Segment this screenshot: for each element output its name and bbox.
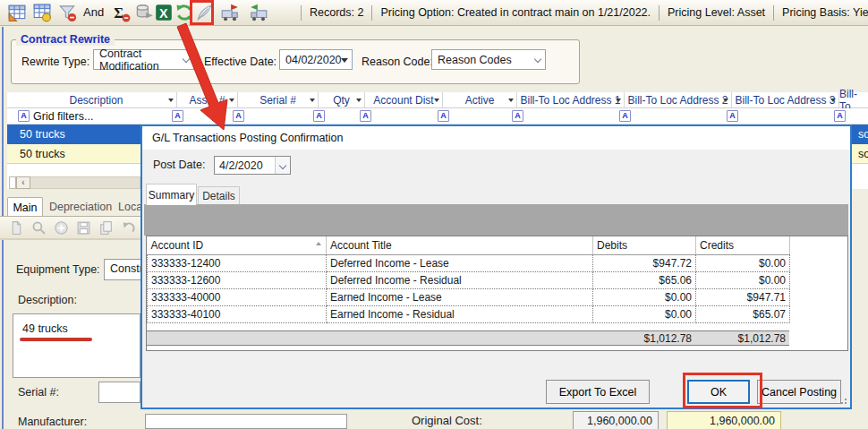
filter-remove-icon[interactable] — [57, 3, 77, 22]
table-row[interactable]: 333333-12600Deferred Income - Residual $… — [148, 271, 790, 288]
grid-col-qty[interactable]: Qty — [319, 92, 365, 108]
grid-col-serial[interactable]: Serial # — [238, 92, 319, 108]
table-row[interactable]: 333333-40100Earned Income - Residual $0.… — [148, 305, 790, 322]
separator — [371, 5, 372, 21]
grid-col-asset[interactable]: Asset # — [177, 92, 238, 108]
group-by-band[interactable]: Drag a column header here to group by th… — [144, 204, 848, 236]
dropdown-arrow-icon[interactable] — [616, 99, 621, 102]
dialog-title[interactable]: G/L Transactions Posting Confirmation — [142, 126, 850, 150]
post-quill-icon[interactable] — [194, 3, 214, 22]
tab-summary[interactable]: Summary — [146, 184, 197, 205]
refresh-icon[interactable] — [174, 3, 194, 22]
grid-col-billto-4[interactable]: Bill-To — [839, 92, 868, 108]
dropdown-arrow-icon[interactable] — [310, 99, 315, 102]
resize-grip[interactable] — [839, 397, 847, 404]
new-doc-icon[interactable] — [9, 220, 24, 236]
scrollbar-notch[interactable] — [9, 176, 16, 189]
grid-filter-row[interactable]: A Grid filters... A A A A A A A A A — [7, 108, 868, 124]
search-icon[interactable] — [31, 220, 47, 236]
auto-filter-icon[interactable]: A — [18, 110, 30, 122]
auto-filter-icon[interactable]: A — [233, 110, 244, 122]
reason-code-dropdown[interactable]: Reason Codes — [431, 49, 546, 70]
table-row[interactable]: 333333-12400Deferred Income - Lease $947… — [148, 254, 790, 271]
table-header-row: Account ID Account Title Debits Credits — [148, 236, 790, 254]
tab-main[interactable]: Main — [7, 197, 43, 217]
dropdown-arrow-icon[interactable] — [508, 99, 514, 102]
dropdown-arrow-icon[interactable] — [229, 99, 234, 102]
effective-date-value: 04/02/2020 — [285, 54, 342, 66]
model-field[interactable] — [145, 414, 347, 429]
separator — [659, 5, 660, 21]
asset-grid-header: Description Asset # Serial # Qty Account… — [7, 92, 868, 108]
export-to-excel-button[interactable]: Export To Excel — [546, 380, 650, 404]
cancel-posting-button[interactable]: Cancel Posting — [757, 380, 841, 404]
ok-button[interactable]: OK — [687, 380, 750, 404]
row-description: 50 trucks — [20, 128, 65, 141]
pivot-grid-icon[interactable] — [7, 3, 27, 22]
col-credits[interactable]: Credits — [696, 236, 790, 254]
scrollbar-track[interactable] — [30, 176, 140, 189]
gl-transactions-table: Account ID Account Title Debits Credits … — [146, 236, 848, 351]
grid-filters-label[interactable]: Grid filters... — [33, 110, 93, 123]
description-label: Description: — [18, 294, 77, 306]
gl-posting-dialog: G/L Transactions Posting Confirmation Po… — [140, 124, 852, 409]
grid-col-billto-1[interactable]: Bill-To Loc Address 1 — [517, 92, 625, 108]
grid-col-billto-3[interactable]: Bill-To Loc Address 3 — [732, 92, 839, 108]
excel-export-icon[interactable]: X — [154, 3, 174, 22]
undo-icon[interactable] — [121, 220, 136, 236]
add-icon[interactable] — [54, 220, 69, 236]
post-date-dropdown[interactable]: 4/2/2020 — [214, 156, 291, 175]
grid-coin-icon[interactable] — [32, 3, 52, 22]
serial-number-label: Serial #: — [18, 386, 59, 399]
auto-filter-icon[interactable]: A — [313, 110, 325, 122]
dropdown-arrow-icon[interactable] — [830, 99, 836, 102]
sort-ascending-icon — [316, 242, 321, 245]
manufacturer-label: Manufacturer: — [18, 416, 87, 428]
auto-filter-icon[interactable]: A — [172, 110, 183, 122]
dropdown-arrow-icon[interactable] — [168, 99, 174, 102]
rewrite-type-dropdown[interactable]: Contract Modification — [93, 49, 194, 70]
sum-remove-icon[interactable]: Σ — [111, 3, 131, 22]
scroll-left-button[interactable]: ‹ — [16, 176, 30, 189]
separator — [301, 5, 302, 21]
original-cost-new[interactable]: 1,960,000.00 — [667, 411, 781, 429]
save-icon[interactable] — [76, 220, 91, 236]
grid-col-active[interactable]: Active — [443, 92, 517, 108]
tab-details[interactable]: Details — [198, 186, 240, 205]
equipment-type-label: Equipment Type: — [16, 263, 100, 276]
description-field[interactable]: 49 trucks — [13, 313, 140, 378]
dropdown-arrow-icon[interactable] — [434, 99, 439, 102]
col-debits[interactable]: Debits — [593, 236, 696, 254]
col-account-id[interactable]: Account ID — [148, 236, 327, 254]
annotation-underline-49-trucks — [20, 338, 92, 341]
auto-filter-icon[interactable]: A — [512, 110, 523, 122]
tab-depreciation[interactable]: Depreciation — [45, 197, 116, 217]
truck-in-icon[interactable] — [249, 3, 268, 22]
effective-date-picker[interactable]: 04/02/2020 — [279, 49, 353, 70]
and-operator[interactable]: And — [83, 5, 104, 19]
auto-filter-icon[interactable]: A — [727, 110, 738, 122]
copy-icon[interactable] — [98, 220, 114, 236]
auto-filter-icon[interactable]: A — [834, 110, 846, 122]
export-data-icon[interactable] — [134, 3, 154, 22]
table-row[interactable]: 333333-40000Earned Income - Lease $0.00$… — [148, 288, 790, 305]
total-credits: $1,012.78 — [695, 332, 789, 345]
effective-date-label: Effective Date: — [204, 56, 277, 68]
dropdown-arrow-icon[interactable] — [723, 99, 728, 102]
auto-filter-icon[interactable]: A — [619, 110, 631, 122]
col-account-title[interactable]: Account Title — [327, 236, 593, 254]
truck-out-icon[interactable] — [220, 3, 240, 22]
grid-horizontal-scrollbar[interactable]: ‹ — [9, 176, 140, 189]
grid-col-account-dist[interactable]: Account Dist — [365, 92, 443, 108]
total-debits: $1,012.78 — [592, 332, 695, 345]
auto-filter-icon[interactable]: A — [360, 110, 371, 122]
svg-text:Σ: Σ — [114, 4, 123, 21]
serial-number-field[interactable] — [98, 382, 140, 403]
dropdown-arrow-icon[interactable] — [356, 99, 362, 102]
equipment-type-field[interactable]: Constr — [104, 259, 145, 280]
auto-filter-icon[interactable]: A — [438, 110, 449, 122]
grid-col-description[interactable]: Description — [16, 92, 177, 108]
main-toolbar: And Σ X — [0, 0, 868, 26]
pricing-level-status: Pricing Level: Asset — [668, 6, 765, 19]
grid-col-billto-2[interactable]: Bill-To Loc Address 2 — [625, 92, 732, 108]
